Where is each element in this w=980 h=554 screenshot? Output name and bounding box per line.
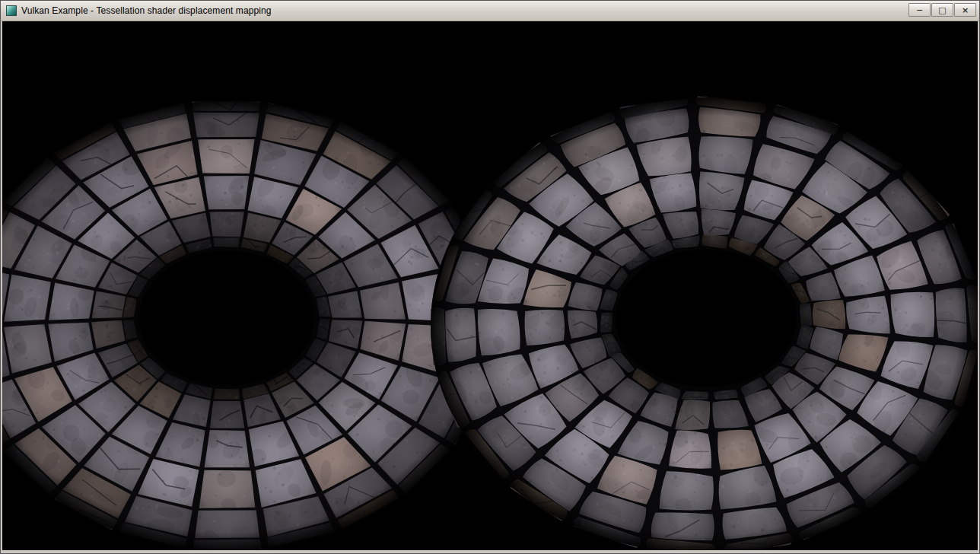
viewport-frame <box>1 21 979 550</box>
maximize-button[interactable]: □ <box>931 3 953 17</box>
window-border-bottom <box>1 550 979 553</box>
app-icon <box>6 5 17 16</box>
render-viewport[interactable] <box>2 21 978 550</box>
window-title: Vulkan Example - Tessellation shader dis… <box>21 5 272 16</box>
minimize-button[interactable]: − <box>908 3 931 17</box>
app-window: Vulkan Example - Tessellation shader dis… <box>0 0 980 554</box>
title-bar[interactable]: Vulkan Example - Tessellation shader dis… <box>1 1 979 21</box>
window-controls: − □ × <box>908 3 976 17</box>
close-button[interactable]: × <box>954 3 976 17</box>
